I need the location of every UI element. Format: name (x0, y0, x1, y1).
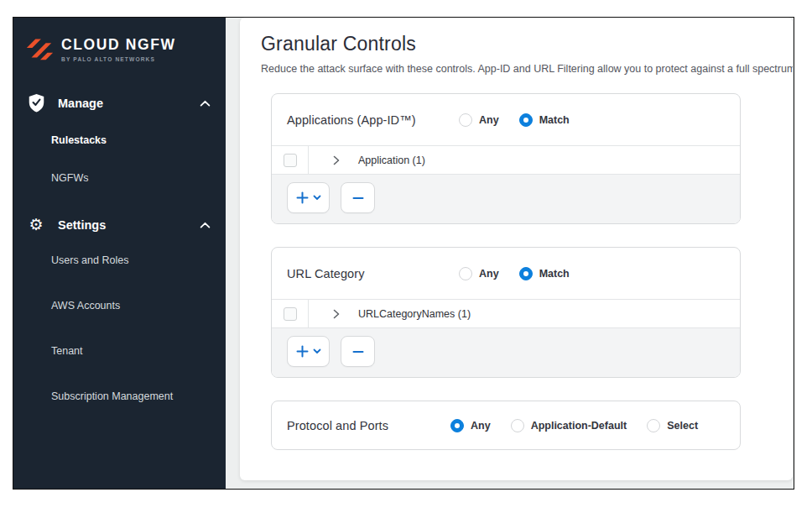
protocol-ports-card-title: Protocol and Ports (287, 419, 450, 432)
sidebar-item-subscription-management[interactable]: Subscription Management (13, 387, 226, 406)
applications-radio-group: Any Match (459, 113, 570, 127)
radio-match-dot[interactable] (519, 113, 533, 127)
radio-match[interactable]: Match (519, 113, 570, 127)
main-panel: Granular Controls Reduce the attack surf… (240, 18, 793, 480)
plus-icon (296, 191, 309, 204)
protocol-ports-radio-group: Any Application-Default Select (450, 419, 698, 432)
sidebar: CLOUD NGFW BY PALO ALTO NETWORKS Manage … (13, 18, 226, 489)
chevron-down-icon (313, 195, 321, 201)
chevron-up-icon (200, 222, 211, 228)
radio-any-dot[interactable] (450, 419, 464, 432)
radio-any[interactable]: Any (459, 113, 499, 127)
radio-any[interactable]: Any (459, 267, 499, 280)
chevron-up-icon (200, 100, 211, 107)
palo-alto-logo-icon (23, 33, 55, 65)
url-category-row-checkbox[interactable] (284, 307, 297, 321)
manage-subnav: Rulestacks NGFWs (13, 123, 226, 207)
content-area: Granular Controls Reduce the attack surf… (226, 18, 794, 489)
url-category-table-row: URLCategoryNames (1) (272, 299, 740, 327)
sidebar-item-users-and-roles[interactable]: Users and Roles (13, 251, 226, 270)
add-application-button[interactable] (287, 182, 330, 213)
radio-select[interactable]: Select (647, 419, 698, 432)
application-row-expander[interactable]: Application (1) (309, 146, 425, 174)
settings-subnav: Users and Roles AWS Accounts Tenant Subs… (13, 243, 226, 432)
page-title: Granular Controls (261, 33, 793, 55)
applications-card: Applications (App-ID™) Any Match (271, 93, 741, 224)
remove-url-category-button[interactable] (341, 336, 375, 367)
url-category-card: URL Category Any Match (271, 247, 741, 378)
chevron-right-icon (333, 309, 340, 319)
sidebar-item-aws-accounts[interactable]: AWS Accounts (13, 296, 226, 316)
app-window: CLOUD NGFW BY PALO ALTO NETWORKS Manage … (13, 17, 794, 490)
brand-logo: CLOUD NGFW BY PALO ALTO NETWORKS (13, 26, 226, 76)
radio-any[interactable]: Any (450, 419, 491, 432)
radio-application-default[interactable]: Application-Default (511, 419, 627, 432)
application-table-row: Application (1) (272, 145, 740, 174)
application-row-checkbox[interactable] (284, 154, 297, 167)
url-category-card-title: URL Category (287, 267, 459, 280)
url-category-row-expander[interactable]: URLCategoryNames (1) (309, 300, 471, 327)
sidebar-section-settings[interactable]: ⚙ Settings (13, 207, 226, 243)
radio-select-dot[interactable] (647, 419, 660, 432)
chevron-down-icon (313, 348, 321, 354)
minus-icon (352, 350, 364, 354)
sidebar-item-ngfws[interactable]: NGFWs (13, 169, 226, 188)
radio-any-dot[interactable] (459, 267, 472, 280)
radio-application-default-dot[interactable] (511, 419, 524, 432)
app-title: CLOUD NGFW (61, 36, 176, 54)
minus-icon (352, 196, 364, 200)
sidebar-item-tenant[interactable]: Tenant (13, 342, 226, 361)
sidebar-section-manage[interactable]: Manage (13, 83, 226, 123)
add-url-category-button[interactable] (287, 336, 330, 367)
applications-card-title: Applications (App-ID™) (287, 113, 459, 127)
url-category-radio-group: Any Match (459, 267, 570, 280)
page-description: Reduce the attack surface with these con… (261, 63, 793, 75)
gear-icon: ⚙ (26, 217, 46, 233)
plus-icon (296, 345, 309, 358)
radio-match[interactable]: Match (519, 267, 570, 280)
sidebar-item-rulestacks[interactable]: Rulestacks (13, 131, 226, 150)
protocol-ports-card: Protocol and Ports Any Application-Defau… (271, 401, 741, 450)
app-subtitle: BY PALO ALTO NETWORKS (61, 56, 176, 62)
chevron-right-icon (333, 155, 340, 165)
remove-application-button[interactable] (341, 182, 375, 213)
radio-any-dot[interactable] (459, 113, 472, 127)
radio-match-dot[interactable] (519, 267, 533, 280)
shield-check-icon (26, 93, 46, 113)
sidebar-section-label: Settings (58, 218, 200, 232)
sidebar-section-label: Manage (58, 97, 200, 110)
